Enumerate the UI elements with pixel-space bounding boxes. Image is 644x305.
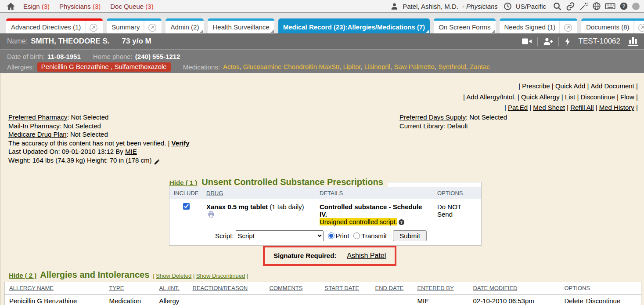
discontinue-link[interactable]: Discontinue: [580, 93, 620, 101]
wand-icon[interactable]: [579, 2, 588, 11]
pat-ed-link[interactable]: Pat.Ed: [508, 104, 533, 111]
current-library-link[interactable]: Current Library: [399, 122, 443, 130]
patient-name: SMITH, THEODORE S.: [31, 37, 109, 46]
popout-icon[interactable]: [559, 21, 572, 33]
medication-link[interactable]: Saw Palmetto: [390, 63, 435, 70]
nav-esign[interactable]: Esign (3): [23, 3, 50, 10]
list-link[interactable]: List: [565, 93, 581, 101]
medications-label: Medications:: [183, 63, 220, 71]
table-header-row: INCLUDE DRUG DETAILS OPTIONS: [169, 187, 481, 199]
supply-info: Preferred Days Supply: Not Selected Curr…: [399, 113, 507, 130]
script-select[interactable]: Script: [236, 230, 324, 241]
printer-icon[interactable]: [208, 211, 215, 218]
submit-button[interactable]: Submit: [393, 230, 427, 241]
hide-allergies-link[interactable]: Hide ( 2 ): [9, 272, 36, 279]
signature-required-alert: Signature Required: Ashish Patel: [263, 246, 396, 266]
tab-admin[interactable]: Admin (2): [165, 18, 204, 33]
tab-health-surveillance[interactable]: Health Surveillance: [208, 18, 274, 33]
allergies-section-header: Hide ( 2 ) Allergies and Intolerances Sh…: [4, 270, 641, 280]
med-history-link[interactable]: Med History: [599, 104, 640, 111]
quick-allergy-link[interactable]: Quick Allergy: [521, 93, 565, 101]
dob-label: Date of birth:: [7, 53, 45, 60]
patient-banner: Name: SMITH, THEODORE S. 73 y/o M TEST-1…: [0, 33, 644, 49]
signer-link[interactable]: Ashish Patel: [347, 252, 386, 260]
action-links-row: Add Allergy/Intol.Quick AllergyListDisco…: [463, 92, 640, 103]
transmit-radio[interactable]: [353, 232, 360, 239]
allergy-badge[interactable]: Penicillin G Benzathine , Sulfamethoxazo…: [37, 62, 171, 72]
column-comments[interactable]: COMMENTS: [270, 285, 303, 291]
top-toolbar: Esign (3) Physicians (3) Doc Queue (3) P…: [0, 0, 644, 13]
preferred-days-supply-link[interactable]: Preferred Days Supply: [399, 113, 466, 121]
quick-add-link[interactable]: Quick Add: [555, 82, 591, 90]
current-library-value: : Default: [443, 122, 468, 130]
preferred-pharmacy-link[interactable]: Preferred Pharmacy: [8, 113, 67, 121]
tab-needs-signed[interactable]: Needs Signed (1): [500, 18, 578, 33]
add-allergy-link[interactable]: Add Allergy/Intol.: [466, 93, 521, 101]
print-radio[interactable]: [328, 232, 335, 239]
medication-link[interactable]: Lipitor: [339, 63, 360, 70]
include-checkbox[interactable]: [183, 203, 190, 210]
column-type[interactable]: TYPE: [109, 285, 124, 291]
video-camera-icon[interactable]: [522, 37, 532, 46]
column-end-date[interactable]: END DATE: [375, 285, 404, 291]
popout-icon[interactable]: [633, 21, 644, 33]
question-circle-icon[interactable]: ?: [398, 219, 405, 225]
med-sheet-link[interactable]: Med Sheet: [533, 104, 570, 111]
popout-icon[interactable]: [144, 21, 157, 33]
hide-unsent-link[interactable]: Hide ( 1 ): [169, 179, 197, 186]
medication-link[interactable]: Lisinopril: [360, 63, 390, 70]
globe-icon[interactable]: [592, 2, 601, 11]
medicare-drug-plan-link[interactable]: Medicare Drug Plan: [8, 131, 67, 138]
flow-link[interactable]: Flow: [620, 93, 640, 101]
tab-documents[interactable]: Documents (8): [581, 18, 644, 33]
column-drug[interactable]: DRUG: [206, 190, 223, 196]
allergies-table: ALLERGY NAME TYPE AL./INT. REACTION/REAS…: [4, 282, 641, 305]
refill-all-link[interactable]: Refill All: [570, 104, 599, 111]
show-discontinued-link[interactable]: Show Discontinued: [196, 272, 250, 279]
home-icon[interactable]: [6, 2, 15, 11]
tab-advanced-directives[interactable]: Advanced Directives (1): [6, 18, 103, 33]
column-reaction[interactable]: REACTION/REASON: [193, 285, 248, 291]
medication-link[interactable]: Actos: [223, 63, 240, 70]
tab-medical-record[interactable]: Medical Record (23):Allergies/Medication…: [278, 18, 430, 33]
last-updated-by-link[interactable]: MIE: [125, 148, 137, 155]
pencil-icon[interactable]: [154, 159, 160, 165]
bar-chart-icon[interactable]: [628, 36, 638, 46]
mail-in-pharmacy-link[interactable]: Mail-In Pharmacy: [8, 122, 60, 130]
lightning-icon[interactable]: [564, 37, 571, 46]
verify-link[interactable]: Verify: [172, 139, 190, 147]
nav-doc-queue[interactable]: Doc Queue (3): [110, 3, 153, 10]
allergy-alint-cell: Allergy: [155, 294, 188, 305]
add-person-icon[interactable]: [543, 37, 553, 46]
divider: [558, 37, 559, 46]
show-deleted-link[interactable]: Show Deleted: [156, 272, 196, 279]
unsent-section-header: Hide ( 1 ) Unsent Controlled Substance P…: [169, 177, 388, 187]
column-allergy-name[interactable]: ALLERGY NAME: [9, 285, 54, 291]
column-start-date[interactable]: START DATE: [325, 285, 360, 291]
medication-link[interactable]: Synthroid: [435, 63, 466, 70]
popout-icon[interactable]: [85, 21, 98, 33]
help-icon[interactable]: ?: [619, 2, 628, 11]
allergy-end-cell: [371, 294, 413, 305]
medication-link[interactable]: Glucosamine Chondroitin MaxStr: [239, 63, 339, 70]
nav-physicians[interactable]: Physicians (3): [59, 3, 101, 10]
tab-on-screen-forms[interactable]: On Screen Forms: [434, 18, 495, 33]
discontinue-link[interactable]: Discontinue: [586, 297, 620, 305]
link-icon[interactable]: [566, 2, 575, 11]
keyboard-icon[interactable]: [605, 2, 615, 11]
column-date-modified[interactable]: DATE MODIFIED: [473, 285, 518, 291]
pharmacy-info: Preferred Pharmacy: Not Selected Mail-In…: [8, 113, 189, 165]
timezone-label[interactable]: US/Pacific: [516, 3, 546, 10]
prescribe-link[interactable]: Prescribe: [522, 82, 555, 90]
tab-summary[interactable]: Summary: [107, 18, 162, 33]
allergy-entered-by-cell: MIE: [413, 294, 469, 305]
user-name[interactable]: Patel, Ashish, M.D.: [403, 3, 458, 10]
medication-link[interactable]: Zantac: [466, 63, 490, 70]
search-icon[interactable]: [553, 2, 562, 11]
delete-link[interactable]: Delete: [565, 297, 583, 305]
column-entered-by[interactable]: ENTERED BY: [417, 285, 454, 291]
column-al-int[interactable]: AL./INT.: [159, 285, 180, 291]
clock-icon[interactable]: [504, 2, 512, 11]
add-document-link[interactable]: Add Document: [591, 82, 640, 90]
allergy-name-cell: Penicillin G Benzathine: [5, 294, 105, 305]
